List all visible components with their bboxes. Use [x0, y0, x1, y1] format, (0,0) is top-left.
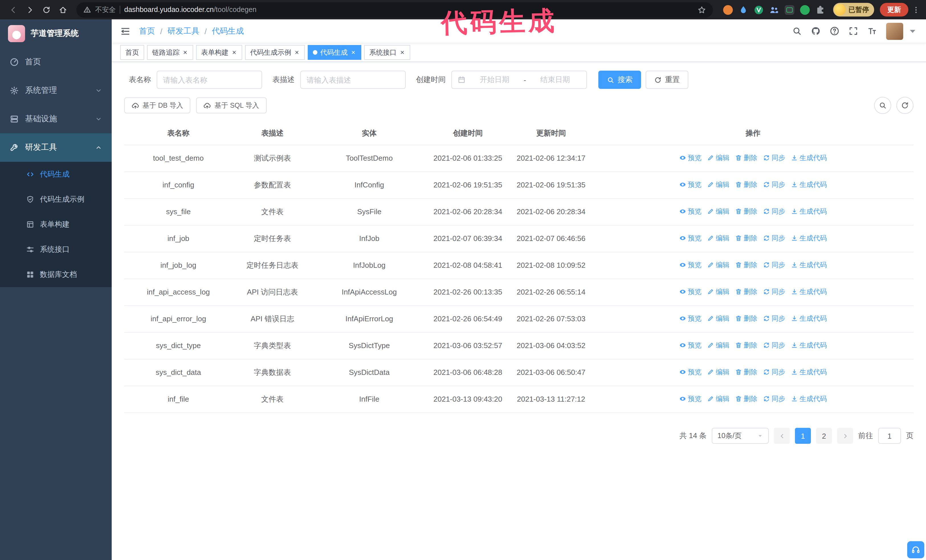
extension-v-icon[interactable]	[754, 5, 764, 15]
preview-link[interactable]: 预览	[679, 205, 702, 217]
app-logo[interactable]: 芋道管理系统	[0, 20, 112, 48]
edit-link[interactable]: 编辑	[707, 366, 729, 378]
sync-link[interactable]: 同步	[763, 259, 785, 271]
delete-link[interactable]: 删除	[735, 339, 757, 352]
page-button-1[interactable]: 1	[795, 428, 811, 444]
tag-close-icon[interactable]	[351, 50, 356, 55]
preview-link[interactable]: 预览	[679, 392, 702, 405]
preview-link[interactable]: 预览	[679, 178, 702, 191]
delete-link[interactable]: 删除	[735, 151, 757, 164]
sidebar-item-dev-tools[interactable]: 研发工具	[0, 133, 112, 162]
preview-link[interactable]: 预览	[679, 232, 702, 245]
floating-helper-button[interactable]	[907, 541, 924, 558]
tag-close-icon[interactable]	[182, 50, 188, 55]
tag-tracing[interactable]: 链路追踪	[147, 45, 193, 60]
delete-link[interactable]: 删除	[735, 285, 757, 298]
extension-drop-icon[interactable]	[738, 5, 748, 15]
extension-people-icon[interactable]	[769, 5, 779, 15]
bookmark-star-icon[interactable]	[698, 5, 706, 14]
create-time-range-picker[interactable]: 开始日期 - 结束日期	[451, 71, 587, 89]
delete-link[interactable]: 删除	[735, 312, 757, 325]
sync-link[interactable]: 同步	[763, 339, 785, 352]
tag-system-api[interactable]: 系统接口	[364, 45, 410, 60]
page-button-2[interactable]: 2	[816, 428, 832, 444]
tag-home[interactable]: 首页	[120, 45, 144, 60]
chrome-menu-icon[interactable]	[912, 5, 920, 14]
browser-reload-button[interactable]	[39, 2, 54, 17]
sync-link[interactable]: 同步	[763, 178, 785, 191]
caret-down-icon[interactable]	[908, 26, 917, 36]
tag-close-icon[interactable]	[399, 50, 405, 55]
next-page-button[interactable]	[837, 428, 853, 444]
sidebar-item-codegen-example[interactable]: 代码生成示例	[0, 187, 112, 212]
sync-link[interactable]: 同步	[763, 151, 785, 164]
edit-link[interactable]: 编辑	[707, 285, 729, 298]
search-button[interactable]: 搜索	[598, 71, 641, 89]
help-icon[interactable]	[830, 26, 840, 36]
edit-link[interactable]: 编辑	[707, 259, 729, 271]
preview-link[interactable]: 预览	[679, 151, 702, 164]
browser-back-button[interactable]	[6, 2, 21, 17]
delete-link[interactable]: 删除	[735, 366, 757, 378]
generate-code-link[interactable]: 生成代码	[791, 392, 827, 405]
goto-page-input[interactable]	[878, 428, 901, 444]
generate-code-link[interactable]: 生成代码	[791, 232, 827, 245]
chrome-update-button[interactable]: 更新	[880, 3, 908, 17]
preview-link[interactable]: 预览	[679, 366, 702, 378]
sync-link[interactable]: 同步	[763, 366, 785, 378]
edit-link[interactable]: 编辑	[707, 312, 729, 325]
generate-code-link[interactable]: 生成代码	[791, 312, 827, 325]
generate-code-link[interactable]: 生成代码	[791, 339, 827, 352]
breadcrumb-section[interactable]: 研发工具	[168, 26, 200, 36]
edit-link[interactable]: 编辑	[707, 339, 729, 352]
address-bar[interactable]: 不安全 dashboard.yudao.iocoder.cn/tool/code…	[76, 2, 713, 17]
edit-link[interactable]: 编辑	[707, 232, 729, 245]
delete-link[interactable]: 删除	[735, 259, 757, 271]
prev-page-button[interactable]	[774, 428, 790, 444]
toggle-search-button[interactable]	[874, 97, 891, 114]
preview-link[interactable]: 预览	[679, 339, 702, 352]
browser-forward-button[interactable]	[22, 2, 38, 17]
generate-code-link[interactable]: 生成代码	[791, 259, 827, 271]
user-avatar[interactable]	[886, 23, 903, 39]
generate-code-link[interactable]: 生成代码	[791, 178, 827, 191]
edit-link[interactable]: 编辑	[707, 392, 729, 405]
preview-link[interactable]: 预览	[679, 285, 702, 298]
generate-code-link[interactable]: 生成代码	[791, 205, 827, 217]
table-desc-input[interactable]	[300, 71, 406, 89]
extensions-puzzle-icon[interactable]	[816, 5, 825, 15]
font-size-icon[interactable]	[867, 26, 877, 36]
table-name-input[interactable]	[157, 71, 262, 89]
generate-code-link[interactable]: 生成代码	[791, 285, 827, 298]
sidebar-item-db-doc[interactable]: 数据库文档	[0, 262, 112, 287]
extension-icon[interactable]	[723, 5, 733, 15]
edit-link[interactable]: 编辑	[707, 178, 729, 191]
generate-code-link[interactable]: 生成代码	[791, 366, 827, 378]
tag-close-icon[interactable]	[294, 50, 300, 55]
collapse-sidebar-icon[interactable]	[120, 26, 130, 36]
breadcrumb-home[interactable]: 首页	[139, 26, 155, 36]
delete-link[interactable]: 删除	[735, 392, 757, 405]
edit-link[interactable]: 编辑	[707, 151, 729, 164]
edit-link[interactable]: 编辑	[707, 205, 729, 217]
sync-link[interactable]: 同步	[763, 205, 785, 217]
extension-icon[interactable]	[785, 5, 794, 15]
preview-link[interactable]: 预览	[679, 259, 702, 271]
import-sql-button[interactable]: 基于 SQL 导入	[196, 97, 266, 113]
page-size-select[interactable]: 10条/页	[712, 428, 769, 444]
preview-link[interactable]: 预览	[679, 312, 702, 325]
tag-close-icon[interactable]	[232, 50, 237, 55]
refresh-table-button[interactable]	[896, 97, 914, 114]
tag-form-builder[interactable]: 表单构建	[196, 45, 242, 60]
sync-link[interactable]: 同步	[763, 232, 785, 245]
delete-link[interactable]: 删除	[735, 178, 757, 191]
sidebar-item-infrastructure[interactable]: 基础设施	[0, 105, 112, 133]
sync-link[interactable]: 同步	[763, 285, 785, 298]
extension-icon[interactable]	[800, 5, 810, 15]
delete-link[interactable]: 删除	[735, 232, 757, 245]
reset-button[interactable]: 重置	[646, 71, 688, 89]
tag-codegen-example[interactable]: 代码生成示例	[245, 45, 305, 60]
sidebar-item-home[interactable]: 首页	[0, 48, 112, 76]
browser-home-button[interactable]	[55, 2, 71, 17]
sidebar-item-codegen[interactable]: 代码生成	[0, 162, 112, 187]
